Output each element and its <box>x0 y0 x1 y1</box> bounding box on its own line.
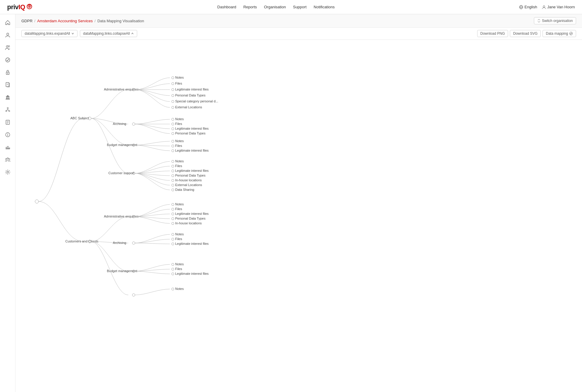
leaf-inhouse-5-label: In-house locations <box>175 221 202 225</box>
toolbar-right: Download PNG Download SVG Data mapping <box>477 30 576 37</box>
nav-notifications[interactable]: Notifications <box>314 5 335 9</box>
sidebar-item-check[interactable] <box>2 54 14 66</box>
sidebar-item-lock[interactable] <box>2 66 14 78</box>
language-selector[interactable]: English <box>519 5 537 9</box>
data-mapping-button[interactable]: Data mapping <box>543 30 576 37</box>
nav-support[interactable]: Support <box>293 5 307 9</box>
leaf-personal-4-label: Personal Data Types <box>175 174 205 177</box>
leaf-files-2-label: Files <box>175 122 182 126</box>
leaf-legitimate-7-label: Legitimate interest files <box>175 272 209 275</box>
leaf-datasharing-4-label: Data Sharing <box>175 188 194 191</box>
svg-rect-17 <box>6 97 7 99</box>
leaf-legitimate-5[interactable] <box>172 213 174 215</box>
nav-reports[interactable]: Reports <box>243 5 257 9</box>
leaf-inhouse-4[interactable] <box>172 179 174 182</box>
svg-point-39 <box>5 158 7 160</box>
leaf-external-4-label: External Locations <box>175 183 202 187</box>
leaf-external-1[interactable] <box>172 106 174 109</box>
archiving-1-node[interactable] <box>132 123 135 126</box>
nav-organisation[interactable]: Organisation <box>264 5 286 9</box>
leaf-files-6[interactable] <box>172 238 174 240</box>
logo[interactable]: privIQ <box>7 3 33 11</box>
leaf-notes-6[interactable] <box>172 233 174 236</box>
svg-point-38 <box>7 158 8 159</box>
breadcrumb-sep2: / <box>94 19 96 23</box>
leaf-personal-1[interactable] <box>172 94 174 97</box>
user-menu[interactable]: Jane Van Hoorn <box>542 5 575 9</box>
breadcrumb-org-link[interactable]: Amsterdam Accounting Services <box>37 19 93 23</box>
leaf-notes-6-label: Notes <box>175 232 184 236</box>
leaf-legitimate-2-label: Legitimate interest files <box>175 127 209 130</box>
customer-support-label: Customer support <box>108 171 134 175</box>
chevron-up-icon <box>131 32 134 35</box>
leaf-files-4[interactable] <box>172 165 174 167</box>
leaf-datasharing-4[interactable] <box>172 189 174 191</box>
leaf-legitimate-6[interactable] <box>172 243 174 245</box>
leaf-files-1[interactable] <box>172 82 174 85</box>
sidebar-item-info[interactable] <box>2 129 14 141</box>
leaf-legitimate-3[interactable] <box>172 150 174 152</box>
svg-point-7 <box>7 33 9 35</box>
svg-rect-37 <box>9 148 10 149</box>
leaf-legitimate-1[interactable] <box>172 88 174 91</box>
bank-icon <box>5 95 10 100</box>
sidebar-item-org-tree[interactable] <box>2 104 14 116</box>
sidebar-item-bank[interactable] <box>2 91 14 103</box>
leaf-legitimate-7[interactable] <box>172 273 174 275</box>
leaf-files-6-label: Files <box>175 237 182 241</box>
sidebar-item-chart[interactable] <box>2 141 14 153</box>
svg-point-33 <box>7 134 8 134</box>
leaf-notes-2[interactable] <box>172 118 174 120</box>
leaf-notes-3[interactable] <box>172 140 174 142</box>
leaf-inhouse-4-label: In-house locations <box>175 178 202 182</box>
logo-icon <box>26 3 33 11</box>
leaf-personal-4[interactable] <box>172 174 174 177</box>
svg-point-21 <box>7 107 8 109</box>
sidebar-item-profile[interactable] <box>2 29 14 41</box>
leaf-files-3[interactable] <box>172 145 174 147</box>
leaf-personal-5[interactable] <box>172 218 174 220</box>
svg-point-42 <box>570 32 572 35</box>
collapse-all-button[interactable]: dataMapping.links.collapseAll <box>80 30 137 37</box>
leaf-external-4[interactable] <box>172 184 174 186</box>
leaf-personal-2[interactable] <box>172 132 174 135</box>
svg-point-2 <box>29 6 30 7</box>
root-node[interactable] <box>35 200 39 203</box>
sidebar-item-settings[interactable] <box>2 166 14 178</box>
leaf-notes-1[interactable] <box>172 77 174 79</box>
leaf-notes-5[interactable] <box>172 203 174 206</box>
leaf-inhouse-5[interactable] <box>172 222 174 225</box>
info-icon <box>5 132 10 137</box>
nav-dashboard[interactable]: Dashboard <box>217 5 236 9</box>
download-png-button[interactable]: Download PNG <box>477 30 508 37</box>
leaf-notes-4-label: Notes <box>175 159 184 163</box>
more-node[interactable] <box>132 294 135 296</box>
toolbar: dataMapping.links.expandAll dataMapping.… <box>15 28 582 40</box>
archiving-2-node[interactable] <box>132 242 135 245</box>
switch-icon <box>537 19 541 23</box>
leaf-files-5[interactable] <box>172 208 174 210</box>
sidebar-item-report[interactable] <box>2 116 14 128</box>
leaf-notes-4[interactable] <box>172 160 174 163</box>
data-mapping-icon <box>569 32 573 35</box>
leaf-files-7[interactable] <box>172 268 174 270</box>
sidebar-item-users[interactable] <box>2 42 14 53</box>
svg-rect-16 <box>6 99 10 99</box>
globe-icon <box>519 5 523 9</box>
switch-organisation-button[interactable]: Switch organisation <box>534 17 576 24</box>
toolbar-left: dataMapping.links.expandAll dataMapping.… <box>21 30 137 37</box>
sidebar-item-group[interactable] <box>2 154 14 166</box>
leaf-legitimate-4[interactable] <box>172 170 174 172</box>
sidebar-item-home[interactable] <box>2 17 14 28</box>
leaf-notes-8[interactable] <box>172 288 174 290</box>
leaf-files-2[interactable] <box>172 123 174 125</box>
leaf-notes-7[interactable] <box>172 263 174 266</box>
leaf-personal-1-label: Personal Data Types <box>175 93 205 97</box>
leaf-legitimate-5-label: Legitimate interest files <box>175 212 209 215</box>
leaf-legitimate-2[interactable] <box>172 128 174 130</box>
sidebar-item-docs[interactable] <box>2 79 14 91</box>
download-svg-button[interactable]: Download SVG <box>510 30 541 37</box>
leaf-special-1[interactable] <box>172 100 174 103</box>
svg-point-41 <box>7 171 9 173</box>
expand-all-button[interactable]: dataMapping.links.expandAll <box>21 30 78 37</box>
